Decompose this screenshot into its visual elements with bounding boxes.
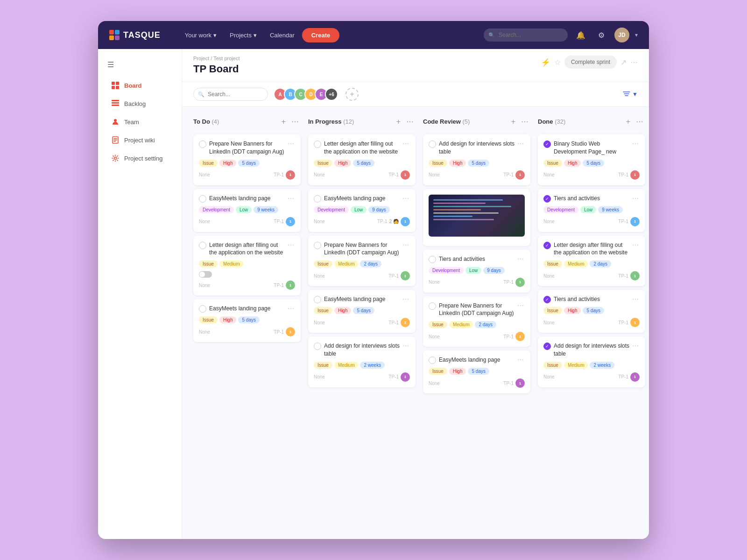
chevron-down-icon[interactable]: ▾ — [635, 32, 638, 38]
card-check[interactable] — [314, 242, 321, 249]
card[interactable]: Prepare New Banners for LinkedIn (DDT ca… — [193, 134, 301, 185]
sidebar-item-wiki[interactable]: Project wiki — [102, 131, 178, 149]
column-menu-icon[interactable]: ⋯ — [519, 116, 530, 127]
card-check[interactable] — [543, 242, 551, 249]
card-menu-icon[interactable]: ⋯ — [631, 342, 640, 350]
card[interactable]: Add design for interviews slots table ⋯ … — [308, 336, 416, 387]
card-check[interactable] — [543, 343, 551, 350]
card-menu-icon[interactable]: ⋯ — [402, 342, 410, 350]
card[interactable]: Add design for interviews slots table ⋯ … — [538, 336, 645, 387]
card-title-row: Add design for interviews slots table — [543, 342, 631, 358]
card-check[interactable] — [199, 140, 206, 148]
card[interactable]: EasyMeets landing page ⋯ DevelopmentLow9… — [308, 189, 416, 232]
card-check[interactable] — [429, 302, 436, 310]
card[interactable]: Prepare New Banners for LinkedIn (DDT ca… — [308, 236, 416, 287]
tag-days: 2 days — [360, 260, 381, 267]
card-menu-icon[interactable]: ⋯ — [287, 140, 295, 147]
card-menu-icon[interactable]: ⋯ — [516, 356, 525, 364]
card-menu-icon[interactable]: ⋯ — [287, 305, 295, 312]
menu-icon[interactable]: ☰ — [98, 56, 182, 73]
card-assignee: TP-1 1 — [388, 271, 410, 280]
share-icon[interactable]: ↗ — [620, 58, 627, 67]
card[interactable]: Letter design after filling out the appl… — [193, 236, 301, 296]
filter-button[interactable]: ▼ — [623, 91, 638, 98]
add-card-button[interactable]: + — [509, 117, 517, 127]
add-card-button[interactable]: + — [624, 117, 632, 127]
add-card-button[interactable]: + — [280, 117, 288, 127]
card[interactable]: EasyMeets landing page ⋯ IssueHigh5 days… — [423, 350, 530, 393]
add-card-button[interactable]: + — [395, 117, 402, 127]
card[interactable]: Add design for interviews slots table ⋯ … — [423, 134, 530, 185]
card[interactable]: Letter design after filling out the appl… — [308, 134, 416, 185]
card-check[interactable] — [199, 305, 206, 313]
card[interactable]: Letter design after filling out the appl… — [538, 236, 645, 287]
card[interactable]: EasyMeets landing page ⋯ DevelopmentLow9… — [193, 189, 301, 232]
card-check[interactable] — [543, 296, 551, 303]
notification-icon[interactable]: 🔔 — [573, 28, 588, 42]
user-avatar[interactable]: JD — [614, 28, 629, 42]
card[interactable]: Prepare New Banners for LinkedIn (DDT ca… — [423, 296, 530, 347]
column-menu-icon[interactable]: ⋯ — [404, 116, 416, 127]
card-menu-icon[interactable]: ⋯ — [402, 195, 410, 202]
card-check[interactable] — [429, 140, 436, 148]
nav-your-work[interactable]: Your work ▾ — [179, 28, 222, 42]
lightning-icon[interactable]: ⚡ — [541, 58, 550, 67]
card[interactable]: Binary Studio Web Development Page_ new … — [538, 134, 645, 185]
card-check[interactable] — [314, 140, 321, 148]
card-menu-icon[interactable]: ⋯ — [402, 295, 410, 303]
card-menu-icon[interactable]: ⋯ — [631, 241, 640, 249]
star-icon[interactable]: ☆ — [554, 58, 561, 67]
card[interactable]: Tiers and activities ⋯ DevelopmentLow9 d… — [423, 250, 530, 293]
card-menu-icon[interactable]: ⋯ — [631, 195, 640, 202]
nav-projects[interactable]: Projects ▾ — [224, 28, 262, 42]
card-header: Tiers and activities ⋯ — [543, 295, 640, 303]
card-tp: TP-1 — [274, 329, 284, 335]
card-check[interactable] — [429, 357, 436, 364]
card-menu-icon[interactable]: ⋯ — [287, 195, 295, 202]
card-check[interactable] — [543, 195, 551, 203]
more-icon[interactable]: ⋯ — [630, 58, 638, 67]
top-search-input[interactable] — [484, 28, 568, 42]
nav-calendar[interactable]: Calendar — [264, 28, 300, 42]
card-header: Tiers and activities ⋯ — [543, 195, 640, 203]
card-check[interactable] — [199, 242, 206, 249]
card-menu-icon[interactable]: ⋯ — [516, 140, 525, 147]
card[interactable]: EasyMeets landing page ⋯ IssueHigh5 days… — [308, 290, 416, 333]
card-title: Tiers and activities — [439, 255, 516, 263]
card-menu-icon[interactable]: ⋯ — [402, 241, 410, 249]
sidebar-item-board[interactable]: Board — [102, 77, 178, 94]
card[interactable] — [423, 189, 530, 246]
card-check[interactable] — [314, 343, 321, 350]
card[interactable]: EasyMeets landing page ⋯ IssueHigh5 days… — [193, 299, 301, 342]
add-member-button[interactable]: + — [345, 88, 359, 101]
card-menu-icon[interactable]: ⋯ — [516, 255, 525, 263]
card-check[interactable] — [543, 140, 551, 148]
card[interactable]: Tiers and activities ⋯ DevelopmentLow9 w… — [538, 189, 645, 232]
column-menu-icon[interactable]: ⋯ — [634, 116, 645, 127]
card-menu-icon[interactable]: ⋯ — [402, 140, 410, 147]
sidebar-item-team[interactable]: Team — [102, 113, 178, 131]
card-check[interactable] — [429, 256, 436, 263]
board-search-input[interactable] — [193, 88, 268, 101]
sidebar-item-backlog[interactable]: Backlog — [102, 95, 178, 112]
column-header: In Progress (12) + ⋯ — [308, 114, 416, 131]
sidebar-item-settings[interactable]: Project setting — [102, 149, 178, 167]
card-menu-icon[interactable]: ⋯ — [287, 241, 295, 249]
gear-icon[interactable]: ⚙ — [594, 28, 609, 42]
card-assignee: TP-1 1 — [274, 170, 295, 180]
column-menu-icon[interactable]: ⋯ — [289, 116, 301, 127]
card-check[interactable] — [199, 195, 206, 203]
tag-days: 5 days — [353, 160, 374, 167]
avatar-count[interactable]: +6 — [325, 88, 338, 101]
toggle-switch[interactable] — [199, 271, 212, 278]
logo[interactable]: TASQUE — [109, 30, 161, 40]
card-check[interactable] — [314, 195, 321, 203]
create-button[interactable]: Create — [302, 28, 339, 42]
card[interactable]: Tiers and activities ⋯ IssueHigh5 days N… — [538, 290, 645, 333]
card-menu-icon[interactable]: ⋯ — [516, 302, 525, 309]
card-menu-icon[interactable]: ⋯ — [631, 295, 640, 303]
card-menu-icon[interactable]: ⋯ — [631, 140, 640, 147]
complete-sprint-button[interactable]: Complete sprint — [564, 56, 617, 69]
card-check[interactable] — [314, 296, 321, 303]
column-actions: + ⋯ — [280, 116, 301, 127]
